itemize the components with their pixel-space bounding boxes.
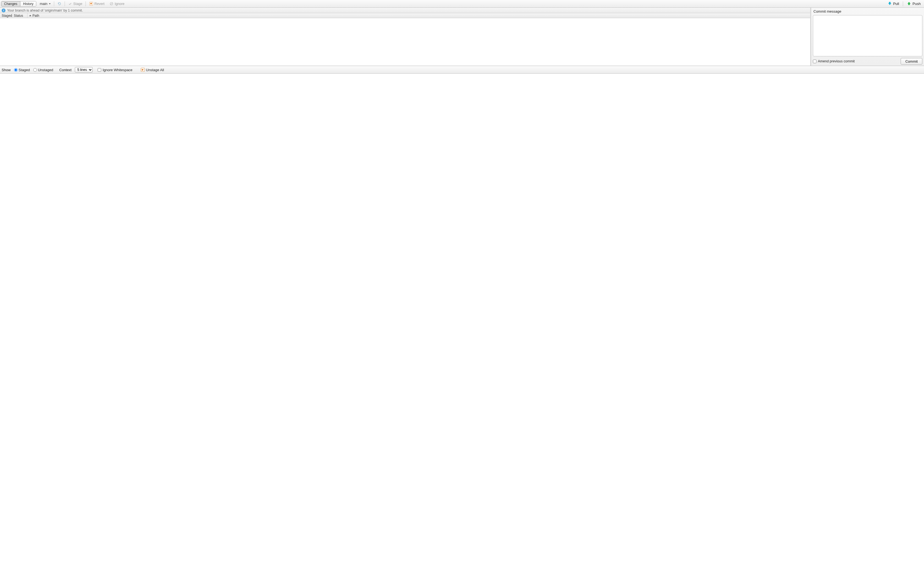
revert-icon [89,2,93,6]
unstage-all-button[interactable]: Unstage All [141,68,164,72]
ignore-whitespace-checkbox[interactable] [98,68,101,72]
revert-icon [141,68,145,72]
separator [54,2,54,6]
check-icon [68,2,72,6]
ignore-button[interactable]: Ignore [108,1,126,7]
tab-history[interactable]: History [20,2,36,6]
unstage-all-label: Unstage All [146,68,164,72]
radio-unstaged-label: Unstaged [38,68,53,72]
diff-toolbar: Show Staged Unstaged Context 5 lines Ign… [0,66,924,74]
ignore-whitespace[interactable]: Ignore Whitespace [98,68,132,72]
branch-status-message: Your branch is ahead of 'origin/main' by… [7,8,83,12]
amend-checkbox-row[interactable]: Amend previous commit [813,60,855,63]
pull-label: Pull [893,2,899,6]
separator [65,2,65,6]
revert-button[interactable]: Revert [87,1,106,7]
col-status[interactable]: Status [12,13,27,18]
context-label: Context [59,68,71,72]
chevron-down-icon [49,3,51,5]
radio-unstaged-input[interactable] [33,68,37,72]
info-icon: i [2,8,5,12]
pull-arrow-icon [888,2,892,6]
tab-changes[interactable]: Changes [2,2,20,6]
ignore-label: Ignore [115,2,124,6]
pull-button[interactable]: Pull [885,1,901,7]
radio-staged-input[interactable] [14,68,18,72]
commit-message-input[interactable] [813,15,922,56]
diff-view[interactable] [0,74,924,577]
branch-dropdown[interactable]: main [38,1,52,6]
branch-name: main [40,2,47,6]
file-list-pane: i Your branch is ahead of 'origin/main' … [0,8,811,66]
radio-staged[interactable]: Staged [14,68,30,72]
refresh-button[interactable] [56,1,63,7]
branch-status-bar: i Your branch is ahead of 'origin/main' … [0,8,810,13]
refresh-icon [58,2,61,6]
show-label: Show [2,68,11,72]
view-switch: Changes History [1,1,36,6]
col-path-label: Path [32,14,39,18]
commit-message-label: Commit message [813,9,922,13]
stage-button[interactable]: Stage [66,1,84,7]
amend-label: Amend previous commit [818,60,855,63]
ignore-icon [110,2,113,6]
stage-label: Stage [73,2,82,6]
col-path[interactable]: Path [27,13,810,18]
toolbar-right: Pull Push [885,1,923,7]
revert-label: Revert [94,2,105,6]
context-select[interactable]: 5 lines [75,67,93,73]
push-arrow-icon [907,2,911,6]
push-label: Push [913,2,921,6]
sort-asc-icon [29,15,31,16]
svg-line-1 [111,3,113,5]
col-staged[interactable]: Staged [0,13,12,18]
main-toolbar: Changes History main Stage [0,0,924,8]
radio-staged-label: Staged [19,68,30,72]
radio-unstaged[interactable]: Unstaged [33,68,53,72]
file-list-header: Staged Status Path [0,13,810,18]
ignore-whitespace-label: Ignore Whitespace [103,68,132,72]
separator [86,2,86,6]
commit-pane: Commit message Amend previous commit Com… [811,8,924,66]
amend-checkbox[interactable] [813,60,816,63]
push-button[interactable]: Push [905,1,923,7]
file-list-body[interactable] [0,18,810,66]
commit-button[interactable]: Commit [901,58,922,64]
